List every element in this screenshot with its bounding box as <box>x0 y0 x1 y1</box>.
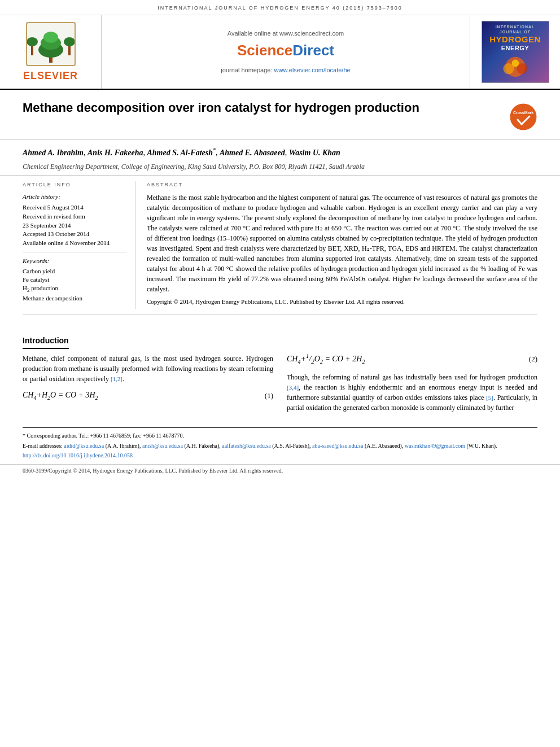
journal-cover-mini-title: International Journal of HYDROGEN ENERGY <box>485 25 545 52</box>
footer-corresponding: * Corresponding author. Tel.: +966 11 46… <box>23 431 537 440</box>
svg-point-8 <box>64 37 75 46</box>
footer-doi: http://dx.doi.org/10.1016/j.ijhydene.201… <box>23 451 537 460</box>
doi-link[interactable]: http://dx.doi.org/10.1016/j.ijhydene.201… <box>23 452 133 458</box>
accepted-date: Accepted 13 October 2014 <box>23 230 126 238</box>
footer-section: * Corresponding author. Tel.: +966 11 46… <box>23 427 537 460</box>
affiliation: Chemical Engineering Department, College… <box>23 162 537 172</box>
emails-label: E-mail addresses: <box>23 443 63 449</box>
keyword-3: H2 production <box>23 284 126 294</box>
author-3: Ahmed S. Al-Fatesh <box>147 148 213 157</box>
authors-line: Ahmed A. Ibrahim, Anis H. Fakeeha, Ahmed… <box>23 146 537 159</box>
author-1: Ahmed A. Ibrahim <box>23 148 84 157</box>
email-1-link[interactable]: aidid@ksu.edu.sa <box>64 443 104 449</box>
equation-1-block: CH4+H2O = CO + 3H2 (1) <box>23 390 273 402</box>
intro-right-text: Though, the reforming of natural gas has… <box>287 372 537 413</box>
cover-art-icon <box>487 54 544 79</box>
abstract-label: ABSTRACT <box>147 181 537 189</box>
history-label: Article history: <box>23 193 126 201</box>
author-name-2: (A.H. Fakeeha), <box>184 443 220 449</box>
svg-text:CrossMark: CrossMark <box>513 111 533 115</box>
journal-homepage-link[interactable]: www.elsevier.com/locate/he <box>274 67 351 73</box>
intro-right-para-1: Though, the reforming of natural gas has… <box>287 372 537 413</box>
header-main: ELSEVIER Available online at www.science… <box>0 15 560 90</box>
journal-name-top: INTERNATIONAL JOURNAL OF HYDROGEN ENERGY… <box>158 5 403 11</box>
svg-point-13 <box>511 60 519 67</box>
crossmark-badge: CrossMark <box>509 103 537 134</box>
eq2-formula: CH4+1/2O2 = CO + 2H2 <box>287 355 365 363</box>
author-4: Ahmed E. Abasaeed <box>220 148 285 157</box>
title-section: Methane decomposition over iron catalyst… <box>0 90 560 140</box>
abstract-paragraph: Methane is the most stable hydrocarbon a… <box>147 193 537 294</box>
received-date: Received 5 August 2014 <box>23 203 126 212</box>
authors-section: Ahmed A. Ibrahim, Anis H. Fakeeha, Ahmed… <box>0 140 560 174</box>
revised-date: 23 September 2014 <box>23 221 126 230</box>
equation-2-text: CH4+1/2O2 = CO + 2H2 <box>287 352 523 366</box>
abstract-col: ABSTRACT Methane is the most stable hydr… <box>147 181 537 309</box>
intro-para-1: Methane, chief component of natural gas,… <box>23 353 273 384</box>
intro-section: Introduction Methane, chief component of… <box>0 326 560 422</box>
author-name-1: (A.A. Ibrahim), <box>106 443 141 449</box>
email-4-link[interactable]: aba-saeed@ksu.edu.sa <box>312 443 363 449</box>
divider-line <box>23 252 126 252</box>
footer-bottom-bar: 0360-3199/Copyright © 2014, Hydrogen Ene… <box>0 464 560 477</box>
elsevier-tree-icon <box>25 21 76 67</box>
header-right: International Journal of HYDROGEN ENERGY <box>470 15 560 89</box>
ref-5-link[interactable]: [5] <box>486 394 493 401</box>
spacer <box>0 315 560 326</box>
article-info-label: ARTICLE INFO <box>23 181 126 189</box>
ref-3-4-link[interactable]: [3,4] <box>287 384 299 391</box>
header-left: ELSEVIER <box>0 15 102 89</box>
sd-orange-text: Science <box>237 42 292 59</box>
equation-1-number: (1) <box>265 391 273 401</box>
keyword-1: Carbon yield <box>23 267 126 276</box>
keyword-4: Methane decomposition <box>23 294 126 303</box>
intro-right: CH4+1/2O2 = CO + 2H2 (2) Though, the ref… <box>287 335 537 416</box>
sd-blue-text: Direct <box>292 42 334 59</box>
equation-2-block: CH4+1/2O2 = CO + 2H2 (2) <box>287 352 537 366</box>
available-online-text: Available online at www.sciencedirect.co… <box>228 29 344 38</box>
intro-left-text: Methane, chief component of natural gas,… <box>23 353 273 384</box>
equation-1-text: CH4+H2O = CO + 3H2 <box>23 390 259 402</box>
equation-2-number: (2) <box>529 354 537 364</box>
journal-homepage: journal homepage: www.elsevier.com/locat… <box>221 66 350 75</box>
crossmark-icon: CrossMark <box>509 103 537 131</box>
svg-point-6 <box>27 37 38 46</box>
email-3-link[interactable]: aalfatesh@ksu.edu.sa <box>222 443 270 449</box>
journal-header-top: INTERNATIONAL JOURNAL OF HYDROGEN ENERGY… <box>0 0 560 15</box>
email-5-link[interactable]: wasimkhan49@gmail.com <box>405 443 465 449</box>
author-5: Wasim U. Khan <box>289 148 340 157</box>
keyword-2: Fe catalyst <box>23 276 126 284</box>
page-wrapper: INTERNATIONAL JOURNAL OF HYDROGEN ENERGY… <box>0 0 560 747</box>
author-name-4: (A.E. Abasaeed), <box>365 443 403 449</box>
eq1-formula: CH4+H2O = CO + 3H2 <box>23 391 98 399</box>
available-date: Available online 4 November 2014 <box>23 239 126 247</box>
author-2: Anis H. Fakeeha <box>88 148 143 157</box>
footer-emails: E-mail addresses: aidid@ksu.edu.sa (A.A.… <box>23 442 537 450</box>
intro-left: Introduction Methane, chief component of… <box>23 335 273 416</box>
article-info-col: ARTICLE INFO Article history: Received 5… <box>23 181 135 309</box>
received-revised-label: Received in revised form <box>23 212 126 221</box>
ref-1-2-link[interactable]: [1,2] <box>111 375 123 382</box>
email-2-link[interactable]: anish@ksu.edu.sa <box>142 443 183 449</box>
author-name-5: (W.U. Khan). <box>466 443 497 449</box>
sciencedirect-logo: ScienceDirect <box>237 40 334 60</box>
intro-section-title: Introduction <box>23 335 69 350</box>
header-center: Available online at www.sciencedirect.co… <box>102 15 470 89</box>
elsevier-logo-area: ELSEVIER <box>23 21 78 83</box>
article-title: Methane decomposition over iron catalyst… <box>23 100 509 116</box>
svg-point-14 <box>510 103 537 130</box>
author-name-3: (A.S. Al-Fatesh), <box>272 443 310 449</box>
elsevier-label: ELSEVIER <box>23 69 78 83</box>
two-col-section: ARTICLE INFO Article history: Received 5… <box>0 175 560 314</box>
abstract-text: Methane is the most stable hydrocarbon a… <box>147 193 537 306</box>
svg-point-4 <box>43 32 58 43</box>
journal-cover-mini: International Journal of HYDROGEN ENERGY <box>482 21 549 83</box>
copyright-text: Copyright © 2014, Hydrogen Energy Public… <box>147 298 537 306</box>
keywords-label: Keywords: <box>23 257 126 265</box>
issn-text: 0360-3199/Copyright © 2014, Hydrogen Ene… <box>23 468 283 474</box>
